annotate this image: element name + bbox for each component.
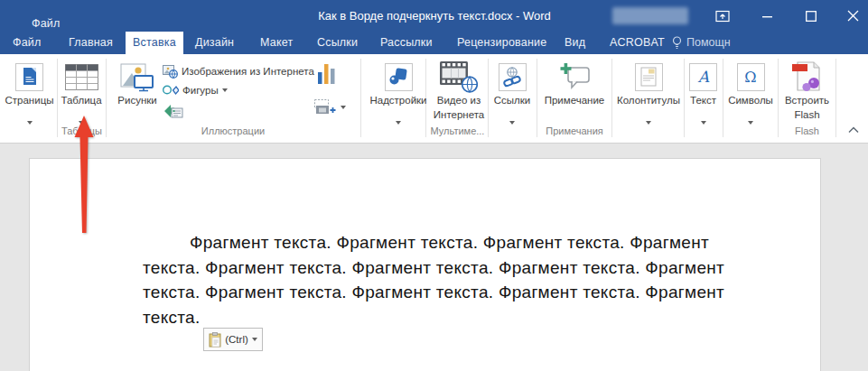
- group-label-flash: Flash: [779, 125, 835, 136]
- group-divider: [835, 59, 836, 137]
- online-pictures-label: Изображения из Интернета: [182, 66, 314, 77]
- document-page[interactable]: Фрагмент текста. Фрагмент текста. Фрагме…: [30, 159, 820, 371]
- pictures-icon: [114, 60, 161, 94]
- maximize-icon: [806, 11, 817, 22]
- dropdown-caret-icon: [222, 88, 228, 92]
- embed-flash-icon: [779, 60, 835, 94]
- embed-flash-label-line1: Встроить: [779, 95, 835, 106]
- shapes-button[interactable]: Фигуры: [163, 81, 228, 99]
- tab-view[interactable]: Вид: [565, 32, 585, 54]
- pictures-label: Рисунки: [114, 95, 161, 106]
- addins-label: Надстройки: [369, 95, 427, 106]
- minimize-button[interactable]: [755, 0, 780, 32]
- assistant-label: Помощн: [686, 32, 731, 54]
- group-label-multimedia: Мультиме...: [427, 125, 488, 136]
- dropdown-caret-icon: [252, 338, 257, 341]
- svg-text:A: A: [696, 68, 709, 86]
- tab-layout[interactable]: Макет: [260, 32, 293, 54]
- dropdown-caret-icon: [27, 121, 33, 125]
- dropdown-caret-icon: [509, 121, 515, 125]
- tell-me-assistant[interactable]: Помощн: [672, 32, 731, 54]
- ribbon-display-options-button[interactable]: [710, 0, 735, 32]
- collapse-ribbon-button[interactable]: [845, 123, 862, 137]
- embed-flash-label-line2: Flash: [779, 109, 835, 120]
- group-label-comments: Примечания: [537, 125, 611, 136]
- links-button[interactable]: Ссылки: [489, 54, 536, 141]
- online-video-label-line1: Видео из: [431, 95, 487, 106]
- tab-references[interactable]: Ссылки: [317, 32, 358, 54]
- document-workspace: Фрагмент текста. Фрагмент текста. Фрагме…: [0, 144, 868, 371]
- symbols-label: Символы: [723, 95, 778, 106]
- chart-button[interactable]: [318, 64, 336, 82]
- dropdown-caret-icon: [341, 106, 346, 109]
- dropdown-caret-icon: [748, 121, 753, 125]
- close-icon: [847, 10, 859, 22]
- omega-icon: Ω: [723, 60, 778, 94]
- pages-button[interactable]: Страницы: [4, 54, 55, 141]
- censored-account-name: [612, 7, 688, 24]
- window-title: Как в Ворде подчеркнуть текст.docx - Wor…: [271, 0, 598, 32]
- minimize-icon: [762, 11, 773, 22]
- word-window: Как в Ворде подчеркнуть текст.docx - Wor…: [0, 0, 868, 371]
- lightbulb-icon: [672, 36, 682, 51]
- collapse-ribbon-chevron-icon: [848, 126, 859, 134]
- clipboard-paste-icon: [209, 332, 221, 348]
- dropdown-caret-icon: [646, 121, 651, 125]
- smartart-button[interactable]: [163, 101, 183, 119]
- symbols-button[interactable]: Ω Символы: [723, 54, 778, 141]
- text-label: Текст: [684, 95, 723, 106]
- cover-page-icon: [4, 60, 55, 94]
- text-box-icon: A: [684, 60, 723, 94]
- tab-home[interactable]: Главная: [69, 32, 113, 54]
- paste-options-label: (Ctrl): [225, 334, 248, 345]
- header-footer-button[interactable]: Колонтитулы: [613, 54, 684, 141]
- links-label: Ссылки: [489, 95, 536, 106]
- tab-design[interactable]: Дизайн: [195, 32, 234, 54]
- pages-label: Страницы: [4, 95, 55, 106]
- links-icon: [489, 60, 536, 94]
- paste-options-button[interactable]: (Ctrl): [203, 328, 263, 351]
- text-line: Фрагмент текста. Фрагмент текста. Фрагме…: [143, 230, 724, 255]
- screenshot-icon: [314, 99, 337, 116]
- header-footer-label: Колонтитулы: [613, 95, 684, 106]
- tab-file[interactable]: Файл: [13, 32, 42, 54]
- text-line: текста. Фрагмент текста. Фрагмент текста…: [143, 255, 724, 281]
- dropdown-caret-icon: [396, 121, 401, 125]
- group-label-tables: Таблицы: [58, 125, 106, 136]
- header-footer-icon: [613, 60, 684, 94]
- group-label-illustrations: Иллюстрации: [107, 125, 359, 136]
- group-divider: [611, 59, 612, 137]
- ribbon-insert-tab-content: Страницы Таблица Таблицы: [0, 54, 868, 144]
- group-divider: [360, 59, 361, 137]
- online-pictures-button[interactable]: Изображения из Интернета: [163, 62, 314, 80]
- online-video-icon: [431, 60, 487, 94]
- addins-icon: [369, 60, 427, 94]
- maximize-button[interactable]: [798, 0, 824, 32]
- ribbon-display-options-icon: [715, 10, 730, 23]
- close-button[interactable]: [840, 0, 865, 32]
- new-comment-icon: [538, 60, 611, 94]
- text-line: текста. Фрагмент текста. Фрагмент текста…: [143, 280, 724, 305]
- comment-label: Примечание: [538, 95, 611, 106]
- svg-text:Ω: Ω: [744, 69, 756, 86]
- tab-insert[interactable]: Вставка: [126, 32, 183, 54]
- tab-review[interactable]: Рецензирование: [457, 32, 546, 54]
- addins-button[interactable]: Надстройки: [369, 54, 427, 141]
- text-button[interactable]: A Текст: [684, 54, 723, 141]
- paragraph-text[interactable]: Фрагмент текста. Фрагмент текста. Фрагме…: [143, 230, 724, 329]
- chart-icon: [318, 61, 336, 85]
- shapes-icon: [163, 84, 179, 97]
- text-line: текста.: [143, 305, 724, 330]
- smartart-icon: [163, 102, 183, 118]
- table-label: Таблица: [58, 95, 105, 106]
- dropdown-caret-icon: [79, 121, 84, 125]
- online-pictures-icon: [163, 64, 178, 79]
- table-grid-icon: [58, 60, 105, 94]
- dropdown-caret-icon: [701, 121, 706, 125]
- screenshot-button[interactable]: [314, 98, 346, 116]
- shapes-label: Фигуры: [182, 85, 219, 96]
- tab-acrobat[interactable]: ACROBAT: [610, 32, 665, 54]
- tab-mailings[interactable]: Рассылки: [380, 32, 433, 54]
- online-video-label-line2: Интернета: [431, 109, 487, 120]
